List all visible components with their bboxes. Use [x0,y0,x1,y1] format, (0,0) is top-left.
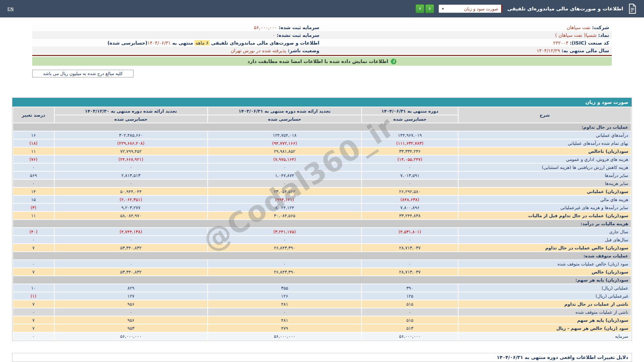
registered-capital-value: ۵۶,۰۰۰,۰۰۰ [254,25,277,30]
period-suffix: (حسابرسی شده) [107,40,147,46]
fiscal-year-label: سال مالی منتهی به: [561,48,609,53]
info-divider [32,55,612,56]
section-row: سود(زیان) پایه هر سهم: [13,276,631,284]
cell-value: ۰ [13,260,54,268]
issuer-status-field: وضعیت ناشر: پذیرفته شده در بورس تهران [32,48,322,54]
units-note: کلیه مبالغ درج شده به میلیون ریال می باش… [32,70,133,77]
statement-type-select[interactable]: صورت سود و زیان ▾ [439,5,502,13]
row-label: سال‌های قبل [458,236,631,244]
income-statement: صورت سود و زیان شرح دوره منتهی به ۱۴۰۴/۰… [12,98,632,341]
company-info-row: کد صنعت (ISIC): ۲۳۲۰۰۴ اطلاعات و صورت‌ها… [32,39,612,47]
next-statement-button[interactable]: › [425,4,434,13]
cell-value: ۰ [208,236,362,244]
top-bar: اطلاعات و صورت‌های مالی میاندوره‌ای تلفی… [0,0,644,17]
income-statement-table: شرح دوره منتهی به ۱۴۰۴/۰۶/۳۱ تجدید ارائه… [12,107,632,341]
cell-value: ۷ [13,268,54,276]
cell-value: ۰ [13,332,54,340]
cell-value: ۹,۲۰۳,۲۷۷ [54,203,208,212]
cell-value: ۴۸۱ [208,316,362,324]
row-label: سود (زیان) خالص هر سهم - ریال [458,324,631,332]
cell-value: ۵۶,۰۰۰,۰۰۰ [362,332,458,340]
col-period-prior: تجدید ارائه شده دوره منتهی به ۱۴۰۳/۰۶/۳۱ [208,107,362,115]
cell-value: ۵۶,۰۰۰,۰۰۰ [208,332,362,340]
prev-statement-button[interactable]: ‹ [416,4,424,13]
row-label: سود(زیان) پایه هر سهم [458,316,631,324]
cell-value: (۲۴,۶۶۸,۹۲۱) [54,155,208,163]
row-label: سود(زيان) عملياتي [458,187,631,195]
fiscal-year-value: ۱۴۰۴/۱۲/۲۹ [537,48,560,53]
cell-value: ۲۶,۸۴۳,۳۹۰ [208,244,362,252]
cell-value: ۱۴۴,۹۶۷,۰۱۹ [362,131,458,139]
cell-value: (۴۰) [13,228,54,236]
cell-value: ۳۰,۰۸۴,۵۶۵ [208,212,362,220]
table-row: هزينه هاي فروش، اداري و عمومي(۱۴,۰۵۵,۲۴۷… [13,155,631,163]
table-row: سود (زیان) خالص هر سهم - ریال۵۱۳۴۷۹۹۵۳۷ [13,324,631,332]
row-label: هزینه کاهش ارزش دریافتنی ها (هزینه استثن… [458,163,631,171]
cell-value: ۵۶۹ [13,171,54,179]
cell-value: ۰ [208,179,362,187]
cell-value: ۵۶,۰۰۰,۰۰۰ [54,332,208,340]
cell-value: ۰ [362,236,458,244]
cell-value: ۰ [13,236,54,244]
unregistered-capital-label: سرمایه ثبت نشده: [277,33,319,38]
cell-value: (۱) [13,292,54,300]
table-row: سود(زیان) پایه هر سهم۵۱۵۴۸۱۹۵۶۷ [13,316,631,324]
cell-value: ۴۸۱ [208,300,362,308]
cell-value: ۲۶,۸۴۳,۳۹۰ [208,268,362,276]
section-label: سود(زیان) پایه هر سهم: [13,276,631,284]
cell-value: ۵۰,۹۴۴,۰۴۴ [54,187,208,195]
cell-value: ۷ [13,316,54,324]
cell-value: ۵۳,۳۴۰,۸۳۲ [54,268,208,276]
table-header-row: شرح دوره منتهی به ۱۴۰۴/۰۶/۳۱ تجدید ارائه… [13,107,631,115]
page-title: اطلاعات و صورت‌های مالی میاندوره‌ای تلفی… [507,6,623,12]
symbol-label: نماد: [598,33,609,38]
cell-value: ۹۵۳ [54,324,208,332]
unregistered-capital-value: ۰ [273,33,275,38]
cell-value: ۹۵۶ [54,300,208,308]
cell-value: ۰ [13,179,54,187]
cell-value: (۹۴,۷۷۲,۱۶۶) [208,139,362,147]
cell-value: ۰ [362,260,458,268]
chevron-down-icon: ▾ [442,7,444,11]
period-prefix: اطلاعات و صورت‌های مالی میاندوره‌ای تلفی… [211,40,319,46]
table-row: بهای تمام شده درآمدهای عملیاتی(۱۱۱,۶۳۲,۷… [13,139,631,147]
language-toggle-en[interactable]: EN [7,6,14,11]
cell-value: ۱۲۶ [208,292,362,300]
section-row: هزينه ماليات بر درآمد: [13,220,631,228]
cell-value: ۳۹۰ [362,284,458,292]
units-note-wrap: کلیه مبالغ درج شده به میلیون ریال می باش… [32,70,612,77]
cell-value: (۳) [13,203,54,212]
company-info: شرکت: نفت سپاهان سرمایه ثبت شده: ۵۶,۰۰۰,… [32,23,612,54]
table-row: سود(زيان) عمليات در حال تداوم قبل از مال… [13,212,631,220]
cell-value: ۲۹,۹۸۱,۸۵۲ [208,147,362,155]
table-row: درآمدهاي عملياتي۱۴۴,۹۶۷,۰۱۹۱۲۴,۷۵۴,۰۱۸۳۰… [13,131,631,139]
registered-capital-field: سرمایه ثبت شده: ۵۶,۰۰۰,۰۰۰ [32,24,322,31]
company-info-row: شرکت: نفت سپاهان سرمایه ثبت شده: ۵۶,۰۰۰,… [32,23,612,31]
table-row: سرمایه۵۶,۰۰۰,۰۰۰۵۶,۰۰۰,۰۰۰۵۶,۰۰۰,۰۰۰۰ [13,332,631,340]
cell-value: ۷ [13,300,54,308]
top-bar-right-cluster: اطلاعات و صورت‌های مالی میاندوره‌ای تلفی… [416,4,637,14]
changes-reason-note: دلایل تغییرات اطلاعات واقعی دوره منتهی ب… [12,353,632,362]
cell-value: ۱۶ [13,131,54,139]
row-label: هزينه هاي مالي [458,195,631,203]
symbol-value: شسپا( نفت سپاهان ) [555,33,597,38]
table-row: ناشی از عملیات متوقف شده۰۰۰۰ [13,308,631,316]
company-field: شرکت: نفت سپاهان [322,24,612,31]
cell-value: ۲۸,۷۱۳,۰۳۷ [362,244,458,252]
company-value: نفت سپاهان [567,25,590,30]
table-row: ناشی از عملیات در حال تداوم۵۱۵۴۸۱۹۵۶۷ [13,300,631,308]
cell-value: ۳۰۲,۴۸۵,۶۶۰ [54,131,208,139]
period-date: ۱۴۰۴/۰۶/۳۱ [147,40,171,46]
cell-value: ۲۳,۰۵۴,۵۶۲ [208,187,362,195]
report-document-icon[interactable] [628,4,637,14]
row-label: سایر درآمدها [458,171,631,179]
cell-value: ۲,۸۱۳,۵۱۳ [54,171,208,179]
table-row: سود(زيان) ناخالص۳۳,۳۳۴,۲۳۶۲۹,۹۸۱,۸۵۲۷۲,۷… [13,147,631,155]
cell-value: ۱,۰۴۷,۸۷۴ [208,171,362,179]
signed-data-banner: i اطلاعات نمایش داده شده با اطلاعات امضا… [32,57,612,66]
company-info-row: نماد: شسپا( نفت سپاهان ) سرمایه ثبت نشده… [32,31,612,39]
row-label: سال جاری [458,228,631,236]
fiscal-year-field: سال مالی منتهی به: ۱۴۰۴/۱۲/۲۹ [322,48,612,54]
section-row: عملیات متوقف شده: [13,252,631,260]
cell-value: ۵۱۵ [362,316,458,324]
